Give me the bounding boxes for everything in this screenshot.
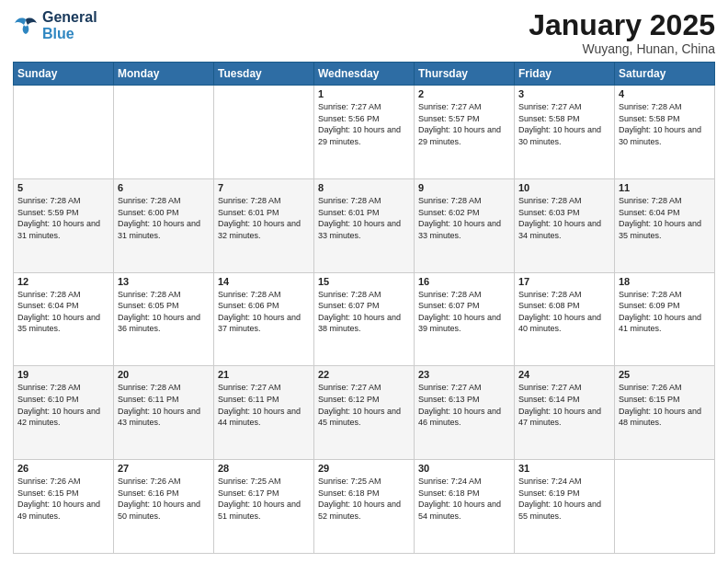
day-info: Sunrise: 7:28 AMSunset: 6:07 PMDaylight:… — [418, 289, 510, 335]
header-saturday: Saturday — [615, 63, 715, 86]
day-info: Sunrise: 7:26 AMSunset: 6:15 PMDaylight:… — [619, 382, 711, 428]
day-number: 30 — [418, 463, 510, 474]
table-row: 4Sunrise: 7:28 AMSunset: 5:58 PMDaylight… — [615, 86, 715, 179]
day-number: 15 — [318, 276, 410, 287]
table-row: 21Sunrise: 7:27 AMSunset: 6:11 PMDayligh… — [214, 366, 314, 460]
day-info: Sunrise: 7:28 AMSunset: 6:04 PMDaylight:… — [17, 289, 109, 335]
day-info: Sunrise: 7:28 AMSunset: 6:00 PMDaylight:… — [118, 195, 210, 241]
table-row: 31Sunrise: 7:24 AMSunset: 6:19 PMDayligh… — [515, 460, 615, 554]
day-number: 24 — [518, 369, 610, 380]
day-number: 26 — [17, 463, 109, 474]
day-number: 23 — [418, 369, 510, 380]
day-number: 29 — [318, 463, 410, 474]
day-number: 7 — [218, 182, 310, 193]
title-block: January 2025 Wuyang, Hunan, China — [529, 9, 715, 56]
table-row: 7Sunrise: 7:28 AMSunset: 6:01 PMDaylight… — [214, 178, 314, 272]
day-info: Sunrise: 7:25 AMSunset: 6:17 PMDaylight:… — [218, 476, 310, 522]
header-wednesday: Wednesday — [314, 63, 415, 86]
day-info: Sunrise: 7:28 AMSunset: 6:07 PMDaylight:… — [318, 289, 410, 335]
day-info: Sunrise: 7:28 AMSunset: 6:01 PMDaylight:… — [218, 195, 310, 241]
calendar-table: Sunday Monday Tuesday Wednesday Thursday… — [13, 62, 715, 554]
logo: General Blue — [13, 9, 97, 41]
day-number: 16 — [418, 276, 510, 287]
day-number: 9 — [418, 182, 510, 193]
table-row: 10Sunrise: 7:28 AMSunset: 6:03 PMDayligh… — [515, 178, 615, 272]
day-number: 14 — [218, 276, 310, 287]
table-row: 27Sunrise: 7:26 AMSunset: 6:16 PMDayligh… — [114, 460, 214, 554]
page: General Blue January 2025 Wuyang, Hunan,… — [0, 0, 728, 563]
day-info: Sunrise: 7:26 AMSunset: 6:15 PMDaylight:… — [17, 476, 109, 522]
table-row: 25Sunrise: 7:26 AMSunset: 6:15 PMDayligh… — [615, 366, 715, 460]
table-row: 18Sunrise: 7:28 AMSunset: 6:09 PMDayligh… — [615, 272, 715, 366]
week-row-4: 19Sunrise: 7:28 AMSunset: 6:10 PMDayligh… — [14, 366, 715, 460]
day-info: Sunrise: 7:28 AMSunset: 6:10 PMDaylight:… — [17, 382, 109, 428]
day-info: Sunrise: 7:28 AMSunset: 6:06 PMDaylight:… — [218, 289, 310, 335]
table-row: 3Sunrise: 7:27 AMSunset: 5:58 PMDaylight… — [515, 86, 615, 179]
week-row-1: 1Sunrise: 7:27 AMSunset: 5:56 PMDaylight… — [14, 86, 715, 179]
day-info: Sunrise: 7:27 AMSunset: 6:12 PMDaylight:… — [318, 382, 410, 428]
day-info: Sunrise: 7:28 AMSunset: 6:03 PMDaylight:… — [518, 195, 610, 241]
day-info: Sunrise: 7:28 AMSunset: 6:02 PMDaylight:… — [418, 195, 510, 241]
table-row: 11Sunrise: 7:28 AMSunset: 6:04 PMDayligh… — [615, 178, 715, 272]
table-row: 6Sunrise: 7:28 AMSunset: 6:00 PMDaylight… — [114, 178, 214, 272]
header-monday: Monday — [114, 63, 214, 86]
header-tuesday: Tuesday — [214, 63, 314, 86]
day-number: 19 — [17, 369, 109, 380]
day-info: Sunrise: 7:28 AMSunset: 6:05 PMDaylight:… — [118, 289, 210, 335]
table-row: 22Sunrise: 7:27 AMSunset: 6:12 PMDayligh… — [314, 366, 415, 460]
day-number: 31 — [518, 463, 610, 474]
day-number: 10 — [518, 182, 610, 193]
week-row-2: 5Sunrise: 7:28 AMSunset: 5:59 PMDaylight… — [14, 178, 715, 272]
day-number: 22 — [318, 369, 410, 380]
table-row — [14, 86, 114, 179]
table-row: 19Sunrise: 7:28 AMSunset: 6:10 PMDayligh… — [14, 366, 114, 460]
header-friday: Friday — [515, 63, 615, 86]
table-row — [114, 86, 214, 179]
day-info: Sunrise: 7:28 AMSunset: 6:01 PMDaylight:… — [318, 195, 410, 241]
day-number: 6 — [118, 182, 210, 193]
header-thursday: Thursday — [415, 63, 515, 86]
table-row: 2Sunrise: 7:27 AMSunset: 5:57 PMDaylight… — [415, 86, 515, 179]
table-row: 16Sunrise: 7:28 AMSunset: 6:07 PMDayligh… — [415, 272, 515, 366]
day-number: 2 — [418, 88, 510, 99]
calendar-subtitle: Wuyang, Hunan, China — [529, 41, 715, 56]
table-row: 15Sunrise: 7:28 AMSunset: 6:07 PMDayligh… — [314, 272, 415, 366]
day-info: Sunrise: 7:27 AMSunset: 5:58 PMDaylight:… — [518, 101, 610, 147]
table-row: 5Sunrise: 7:28 AMSunset: 5:59 PMDaylight… — [14, 178, 114, 272]
table-row — [615, 460, 715, 554]
day-number: 12 — [17, 276, 109, 287]
day-info: Sunrise: 7:28 AMSunset: 5:58 PMDaylight:… — [619, 101, 711, 147]
day-number: 27 — [118, 463, 210, 474]
table-row: 24Sunrise: 7:27 AMSunset: 6:14 PMDayligh… — [515, 366, 615, 460]
table-row: 28Sunrise: 7:25 AMSunset: 6:17 PMDayligh… — [214, 460, 314, 554]
header-sunday: Sunday — [14, 63, 114, 86]
day-info: Sunrise: 7:28 AMSunset: 6:08 PMDaylight:… — [518, 289, 610, 335]
day-number: 8 — [318, 182, 410, 193]
day-number: 3 — [518, 88, 610, 99]
day-number: 20 — [118, 369, 210, 380]
day-info: Sunrise: 7:27 AMSunset: 5:56 PMDaylight:… — [318, 101, 410, 147]
logo-text: General Blue — [42, 9, 97, 41]
day-info: Sunrise: 7:28 AMSunset: 6:04 PMDaylight:… — [619, 195, 711, 241]
table-row: 30Sunrise: 7:24 AMSunset: 6:18 PMDayligh… — [415, 460, 515, 554]
day-info: Sunrise: 7:27 AMSunset: 6:11 PMDaylight:… — [218, 382, 310, 428]
table-row: 9Sunrise: 7:28 AMSunset: 6:02 PMDaylight… — [415, 178, 515, 272]
calendar-title: January 2025 — [529, 9, 715, 41]
day-number: 17 — [518, 276, 610, 287]
day-info: Sunrise: 7:28 AMSunset: 6:11 PMDaylight:… — [118, 382, 210, 428]
table-row: 12Sunrise: 7:28 AMSunset: 6:04 PMDayligh… — [14, 272, 114, 366]
header: General Blue January 2025 Wuyang, Hunan,… — [13, 9, 715, 56]
table-row: 14Sunrise: 7:28 AMSunset: 6:06 PMDayligh… — [214, 272, 314, 366]
day-info: Sunrise: 7:27 AMSunset: 5:57 PMDaylight:… — [418, 101, 510, 147]
day-number: 21 — [218, 369, 310, 380]
day-number: 18 — [619, 276, 711, 287]
day-info: Sunrise: 7:26 AMSunset: 6:16 PMDaylight:… — [118, 476, 210, 522]
weekday-header-row: Sunday Monday Tuesday Wednesday Thursday… — [14, 63, 715, 86]
day-info: Sunrise: 7:27 AMSunset: 6:14 PMDaylight:… — [518, 382, 610, 428]
day-number: 4 — [619, 88, 711, 99]
week-row-3: 12Sunrise: 7:28 AMSunset: 6:04 PMDayligh… — [14, 272, 715, 366]
table-row: 1Sunrise: 7:27 AMSunset: 5:56 PMDaylight… — [314, 86, 415, 179]
table-row: 17Sunrise: 7:28 AMSunset: 6:08 PMDayligh… — [515, 272, 615, 366]
table-row — [214, 86, 314, 179]
day-number: 5 — [17, 182, 109, 193]
